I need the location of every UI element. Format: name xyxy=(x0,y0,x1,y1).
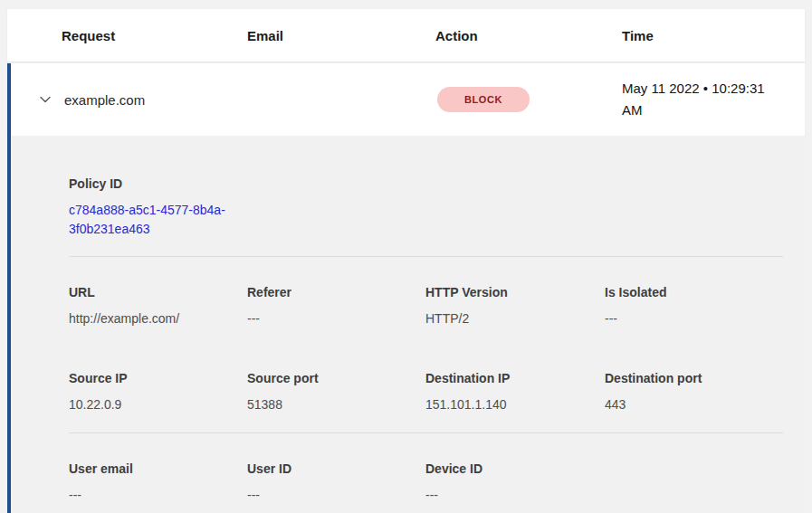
is-isolated-field: Is Isolated --- xyxy=(605,283,783,328)
column-header-action: Action xyxy=(435,28,622,43)
field-label: Source port xyxy=(247,369,425,387)
field-value: 10.22.0.9 xyxy=(69,395,247,413)
column-header-email: Email xyxy=(247,28,435,43)
table-header: Request Email Action Time xyxy=(7,9,805,62)
field-label: User email xyxy=(69,460,247,478)
field-value: --- xyxy=(605,309,783,328)
policy-id-link[interactable]: c784a888-a5c1-4577-8b4a-3f0b231ea463 xyxy=(69,201,246,239)
device-id-field: Device ID --- xyxy=(425,460,605,504)
policy-id-field: Policy ID c784a888-a5c1-4577-8b4a-3f0b23… xyxy=(69,175,783,239)
field-label: User ID xyxy=(247,460,425,478)
logs-table: Request Email Action Time example.com BL… xyxy=(7,9,805,513)
details-grid-row-1: URL http://example.com/ Referer --- HTTP… xyxy=(69,283,783,328)
referer-field: Referer --- xyxy=(247,283,425,328)
field-label: Destination port xyxy=(605,369,783,387)
url-field: URL http://example.com/ xyxy=(69,283,247,328)
field-value: http://example.com/ xyxy=(69,309,247,328)
destination-port-field: Destination port 443 xyxy=(605,369,783,413)
field-value: HTTP/2 xyxy=(425,309,605,328)
field-value: --- xyxy=(425,486,605,504)
column-header-request: Request xyxy=(62,28,247,43)
details-grid-row-3: User email --- User ID --- Device ID --- xyxy=(69,460,783,504)
table-row[interactable]: example.com BLOCK May 11 2022 • 10:29:31… xyxy=(7,63,805,136)
divider xyxy=(69,256,783,257)
row-details-panel: Policy ID c784a888-a5c1-4577-8b4a-3f0b23… xyxy=(7,136,805,513)
source-ip-field: Source IP 10.22.0.9 xyxy=(69,369,247,413)
field-value: --- xyxy=(247,486,425,504)
field-label: Device ID xyxy=(425,460,605,478)
column-header-time: Time xyxy=(622,28,805,43)
field-value: 151.101.1.140 xyxy=(425,395,605,413)
field-label: HTTP Version xyxy=(425,283,605,301)
field-value: --- xyxy=(247,309,425,328)
user-email-field: User email --- xyxy=(69,460,247,504)
http-version-field: HTTP Version HTTP/2 xyxy=(425,283,605,328)
time-value: May 11 2022 • 10:29:31 AM xyxy=(622,78,787,121)
request-cell: example.com xyxy=(11,92,247,108)
field-label: Destination IP xyxy=(425,369,605,387)
action-cell: BLOCK xyxy=(437,87,622,112)
destination-ip-field: Destination IP 151.101.1.140 xyxy=(425,369,605,413)
details-grid-row-2: Source IP 10.22.0.9 Source port 51388 De… xyxy=(69,369,783,413)
divider xyxy=(69,432,783,433)
field-label: Policy ID xyxy=(69,175,783,193)
empty-cell xyxy=(605,460,783,504)
field-label: URL xyxy=(69,283,247,301)
status-badge: BLOCK xyxy=(437,87,530,112)
user-id-field: User ID --- xyxy=(247,460,425,504)
source-port-field: Source port 51388 xyxy=(247,369,425,413)
field-value: 51388 xyxy=(247,395,425,413)
request-value: example.com xyxy=(64,92,145,108)
chevron-down-icon[interactable] xyxy=(38,92,53,107)
field-value: --- xyxy=(69,486,247,504)
field-value: 443 xyxy=(605,395,783,413)
field-label: Source IP xyxy=(69,369,247,387)
field-label: Referer xyxy=(247,283,425,301)
field-label: Is Isolated xyxy=(605,283,783,301)
